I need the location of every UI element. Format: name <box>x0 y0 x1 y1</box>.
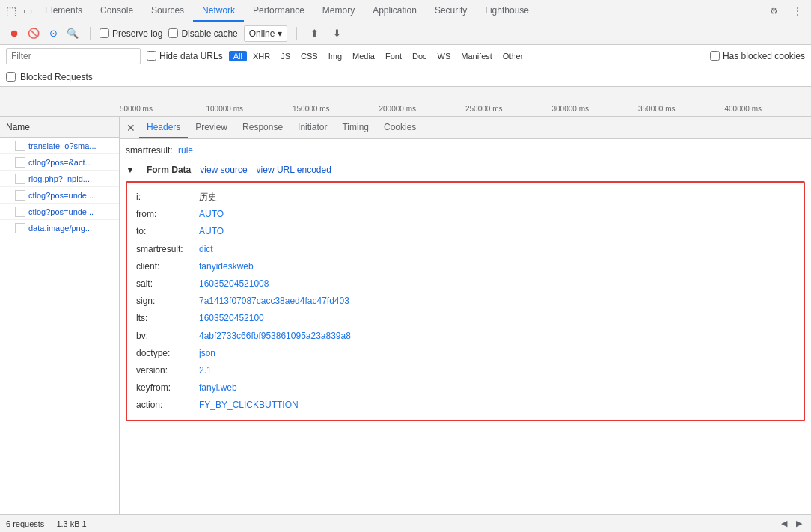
smartresult-key: smartresult: <box>126 145 173 156</box>
devtools-tab-console[interactable]: Console <box>91 0 142 22</box>
form-data-title: Form Data <box>147 165 191 175</box>
form-field-value: AUTO <box>199 224 224 239</box>
throttle-select[interactable]: Online ▾ <box>244 25 288 42</box>
request-item-label: translate_o?sma... <box>28 141 97 150</box>
import-har-icon[interactable]: ⬆ <box>306 25 322 42</box>
detail-tab-preview[interactable]: Preview <box>188 117 235 138</box>
request-item[interactable]: ctlog?pos=&act... <box>0 154 119 171</box>
timeline-tick: 400000 ms <box>725 105 812 113</box>
request-file-icon <box>15 174 25 184</box>
hide-data-urls-checkbox[interactable] <box>147 51 156 61</box>
form-field-value: FY_BY_CLICKBUTTION <box>199 398 299 412</box>
detail-tab-initiator[interactable]: Initiator <box>290 117 334 138</box>
blocked-requests-bar: Blocked Requests <box>0 67 811 87</box>
filter-chip-xhr[interactable]: XHR <box>248 51 275 61</box>
settings-icon[interactable]: ⚙ <box>763 1 784 22</box>
detail-tab-response[interactable]: Response <box>235 117 290 138</box>
detail-tab-timing[interactable]: Timing <box>334 117 376 138</box>
devtools-tab-network[interactable]: Network <box>193 0 244 22</box>
export-har-icon[interactable]: ⬇ <box>328 25 345 42</box>
devtools-tab-security[interactable]: Security <box>426 0 476 22</box>
form-field-value: json <box>199 346 215 361</box>
request-item[interactable]: ctlog?pos=unde... <box>0 187 119 204</box>
more-options-icon[interactable]: ⋮ <box>787 1 808 22</box>
timeline-tick: 200000 ms <box>379 105 466 113</box>
form-field-value: 历史 <box>199 190 217 204</box>
smartresult-line: smartresult: rule <box>126 142 805 159</box>
form-field-row: doctype:json <box>136 345 795 362</box>
form-field-key: from: <box>136 207 196 221</box>
preserve-log-checkbox[interactable] <box>100 28 109 38</box>
filter-chip-js[interactable]: JS <box>276 51 295 61</box>
hide-data-urls-label[interactable]: Hide data URLs <box>147 51 223 61</box>
timeline-tick: 350000 ms <box>638 105 725 113</box>
transfer-size: 1.3 kB 1 <box>56 519 86 528</box>
devtools-tab-application[interactable]: Application <box>364 0 426 22</box>
requests-panel: Name translate_o?sma...ctlog?pos=&act...… <box>0 117 120 514</box>
requests-header-label: Name <box>6 122 30 132</box>
form-field-key: version: <box>136 364 196 378</box>
devtools-tab-elements[interactable]: Elements <box>36 0 91 22</box>
devtools-tab-performance[interactable]: Performance <box>244 0 313 22</box>
toolbar-separator-2 <box>296 27 297 40</box>
blocked-requests-label: Blocked Requests <box>20 72 93 82</box>
disable-cache-label: Disable cache <box>181 28 237 39</box>
request-file-icon <box>15 157 25 168</box>
filter-icon[interactable]: ⊙ <box>45 25 61 42</box>
request-item-label: data:image/png... <box>28 224 92 233</box>
has-blocked-cookies[interactable]: Has blocked cookies <box>710 51 805 61</box>
detail-tab-cookies[interactable]: Cookies <box>376 117 423 138</box>
throttle-dropdown-icon: ▾ <box>278 28 282 39</box>
has-blocked-checkbox[interactable] <box>710 51 720 61</box>
request-item[interactable]: rlog.php?_npid.... <box>0 171 119 187</box>
request-file-icon <box>15 223 25 233</box>
filter-chip-css[interactable]: CSS <box>296 51 322 61</box>
filter-chips: AllXHRJSCSSImgMediaFontDocWSManifestOthe… <box>229 51 528 61</box>
disable-cache-checkbox-label[interactable]: Disable cache <box>168 28 237 39</box>
form-field-key: sign: <box>136 294 196 308</box>
close-details-button[interactable]: ✕ <box>123 120 139 136</box>
details-content: smartresult: rule ▼ Form Data view sourc… <box>120 139 811 514</box>
request-item[interactable]: ctlog?pos=unde... <box>0 204 119 220</box>
devtools-tab-sources[interactable]: Sources <box>142 0 193 22</box>
form-field-row: version:2.1 <box>136 362 795 379</box>
record-icon[interactable]: ⏺ <box>6 25 22 42</box>
filter-input[interactable] <box>6 48 141 64</box>
filter-chip-manifest[interactable]: Manifest <box>456 51 497 61</box>
view-source-link[interactable]: view source <box>200 165 247 175</box>
devtools-tab-lighthouse[interactable]: Lighthouse <box>476 0 538 22</box>
scroll-left-button[interactable]: ◀ <box>778 518 790 530</box>
request-item[interactable]: data:image/png... <box>0 220 119 236</box>
devtools-inspect-icon[interactable]: ⬚ <box>3 3 19 19</box>
filter-chip-ws[interactable]: WS <box>433 51 456 61</box>
timeline-tick: 300000 ms <box>552 105 639 113</box>
devtools-tab-memory[interactable]: Memory <box>313 0 364 22</box>
requests-header: Name <box>0 117 119 138</box>
hide-data-urls-text: Hide data URLs <box>159 51 223 61</box>
form-field-value: 7a1413f07087cacc38aed4fac47fd403 <box>199 294 349 308</box>
filter-chip-font[interactable]: Font <box>381 51 406 61</box>
blocked-requests-checkbox[interactable] <box>6 72 16 82</box>
scroll-right-button[interactable]: ▶ <box>793 518 805 530</box>
disable-cache-checkbox[interactable] <box>168 28 178 38</box>
view-url-encoded-link[interactable]: view URL encoded <box>257 165 331 175</box>
has-blocked-label: Has blocked cookies <box>723 51 805 61</box>
form-field-row: keyfrom:fanyi.web <box>136 379 795 397</box>
form-field-row: i:历史 <box>136 189 795 206</box>
form-field-value: fanyi.web <box>199 381 237 395</box>
detail-tab-headers[interactable]: Headers <box>139 117 188 138</box>
timeline-tick: 50000 ms <box>120 105 206 113</box>
request-item[interactable]: translate_o?sma... <box>0 138 119 154</box>
filter-chip-media[interactable]: Media <box>348 51 379 61</box>
search-icon[interactable]: 🔍 <box>64 25 81 42</box>
devtools-device-icon[interactable]: ▭ <box>19 3 36 19</box>
filter-chip-all[interactable]: All <box>229 51 247 61</box>
request-item-label: ctlog?pos=unde... <box>28 207 94 216</box>
clear-icon[interactable]: 🚫 <box>25 25 42 42</box>
filter-chip-doc[interactable]: Doc <box>408 51 432 61</box>
form-field-row: from:AUTO <box>136 206 795 223</box>
filter-chip-other[interactable]: Other <box>498 51 528 61</box>
filter-chip-img[interactable]: Img <box>324 51 346 61</box>
request-file-icon <box>15 190 25 201</box>
preserve-log-checkbox-label[interactable]: Preserve log <box>100 28 162 39</box>
